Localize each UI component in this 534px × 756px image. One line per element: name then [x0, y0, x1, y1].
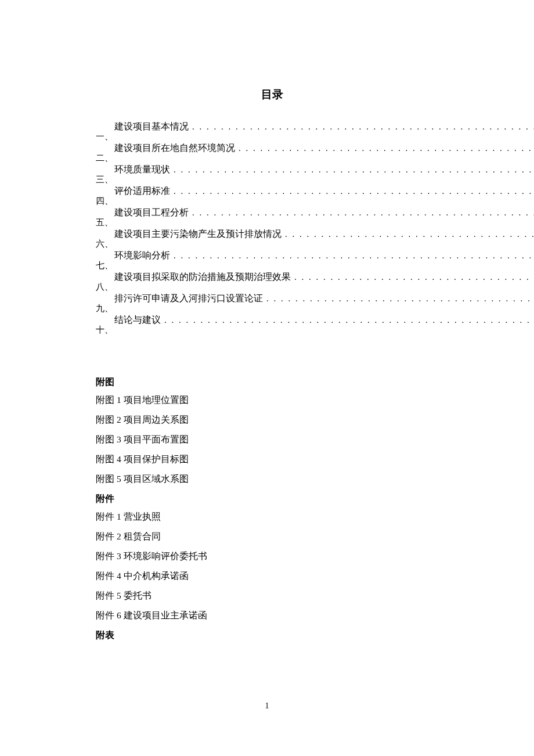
toc-row: 八、 建设项目拟采取的防治措施及预期治理效果 . . . . . . . . .…	[96, 271, 448, 293]
toc-entry: 环境质量现状 . . . . . . . . . . . . . . . . .…	[114, 164, 534, 185]
toc-item-title: 环境质量现状	[114, 164, 172, 176]
toc-marker: 一、	[96, 131, 114, 142]
toc-row: 一、 建设项目基本情况 . . . . . . . . . . . . . . …	[96, 121, 448, 142]
toc-item-title: 建设项目基本情况	[114, 121, 191, 133]
toc-item-title: 评价适用标准	[114, 185, 172, 197]
toc-item-title: 建设项目主要污染物产生及预计排放情况	[114, 228, 284, 240]
toc-leader: . . . . . . . . . . . . . . . . . . . . …	[172, 251, 534, 261]
toc-entry: 建设项目主要污染物产生及预计排放情况 . . . . . . . . . . .…	[114, 228, 534, 250]
toc-entry: 环境影响分析 . . . . . . . . . . . . . . . . .…	[114, 250, 534, 271]
toc-row: 七、 环境影响分析 . . . . . . . . . . . . . . . …	[96, 250, 448, 271]
toc-entry: 评价适用标准 . . . . . . . . . . . . . . . . .…	[114, 185, 534, 207]
toc-row: 十、 结论与建议 . . . . . . . . . . . . . . . .…	[96, 314, 448, 336]
toc-title: 目录	[96, 87, 448, 102]
toc-leader: . . . . . . . . . . . . . . . . . . . . …	[284, 229, 534, 239]
attachments-heading: 附件	[96, 493, 448, 505]
toc-entry: 结论与建议 . . . . . . . . . . . . . . . . . …	[114, 314, 534, 336]
toc-row: 九、 排污许可申请及入河排污口设置论证 . . . . . . . . . . …	[96, 293, 448, 314]
toc-leader: . . . . . . . . . . . . . . . . . . . . …	[191, 122, 534, 132]
toc-marker: 五、	[96, 217, 114, 228]
figure-item: 附图 3 项目平面布置图	[96, 434, 448, 446]
toc-entry: 排污许可申请及入河排污口设置论证 . . . . . . . . . . . .…	[114, 293, 534, 314]
toc-marker: 四、	[96, 196, 114, 207]
toc-marker: 二、	[96, 153, 114, 164]
attachment-item: 附件 3 环境影响评价委托书	[96, 550, 448, 563]
toc-item-title: 建设项目工程分析	[114, 207, 191, 219]
toc-entry: 建设项目工程分析 . . . . . . . . . . . . . . . .…	[114, 207, 534, 228]
toc-marker: 十、	[96, 325, 114, 336]
figure-item: 附图 2 项目周边关系图	[96, 414, 448, 426]
toc-item-title: 建设项目所在地自然环境简况	[114, 142, 237, 154]
appendix-figures-section: 附图 附图 1 项目地理位置图 附图 2 项目周边关系图 附图 3 项目平面布置…	[96, 376, 448, 642]
attachment-item: 附件 5 委托书	[96, 590, 448, 602]
toc-row: 五、 建设项目工程分析 . . . . . . . . . . . . . . …	[96, 207, 448, 228]
toc-marker: 三、	[96, 174, 114, 185]
toc-item-title: 排污许可申请及入河排污口设置论证	[114, 293, 265, 305]
toc-row: 四、 评价适用标准 . . . . . . . . . . . . . . . …	[96, 185, 448, 207]
toc-marker: 六、	[96, 239, 114, 250]
figure-item: 附图 4 项目保护目标图	[96, 453, 448, 466]
attachment-item: 附件 1 营业执照	[96, 511, 448, 523]
attachment-item: 附件 6 建设项目业主承诺函	[96, 610, 448, 622]
toc-leader: . . . . . . . . . . . . . . . . . . . . …	[293, 272, 534, 282]
toc-row: 三、 环境质量现状 . . . . . . . . . . . . . . . …	[96, 164, 448, 185]
toc-item-title: 结论与建议	[114, 314, 163, 326]
toc-marker: 九、	[96, 303, 114, 314]
toc-entry: 建设项目拟采取的防治措施及预期治理效果 . . . . . . . . . . …	[114, 271, 534, 293]
toc-entry: 建设项目所在地自然环境简况 . . . . . . . . . . . . . …	[114, 142, 534, 164]
page-number: 1	[0, 701, 534, 711]
table-of-contents: 一、 建设项目基本情况 . . . . . . . . . . . . . . …	[96, 121, 448, 336]
toc-leader: . . . . . . . . . . . . . . . . . . . . …	[163, 315, 534, 325]
toc-marker: 八、	[96, 282, 114, 293]
toc-entry: 建设项目基本情况 . . . . . . . . . . . . . . . .…	[114, 121, 534, 142]
toc-leader: . . . . . . . . . . . . . . . . . . . . …	[265, 294, 534, 304]
toc-marker: 七、	[96, 260, 114, 271]
attachment-item: 附件 4 中介机构承诺函	[96, 570, 448, 582]
toc-leader: . . . . . . . . . . . . . . . . . . . . …	[172, 165, 534, 175]
toc-item-title: 建设项目拟采取的防治措施及预期治理效果	[114, 271, 293, 283]
attachment-item: 附件 2 租赁合同	[96, 531, 448, 543]
document-page: 目录 一、 建设项目基本情况 . . . . . . . . . . . . .…	[0, 0, 534, 642]
toc-row: 六、 建设项目主要污染物产生及预计排放情况 . . . . . . . . . …	[96, 228, 448, 250]
toc-item-title: 环境影响分析	[114, 250, 172, 262]
tables-heading: 附表	[96, 629, 448, 642]
figure-item: 附图 1 项目地理位置图	[96, 394, 448, 406]
figure-item: 附图 5 项目区域水系图	[96, 473, 448, 485]
toc-leader: . . . . . . . . . . . . . . . . . . . . …	[172, 186, 534, 196]
figures-heading: 附图	[96, 376, 448, 388]
toc-leader: . . . . . . . . . . . . . . . . . . . . …	[191, 208, 534, 218]
toc-row: 二、 建设项目所在地自然环境简况 . . . . . . . . . . . .…	[96, 142, 448, 164]
toc-leader: . . . . . . . . . . . . . . . . . . . . …	[237, 143, 534, 153]
